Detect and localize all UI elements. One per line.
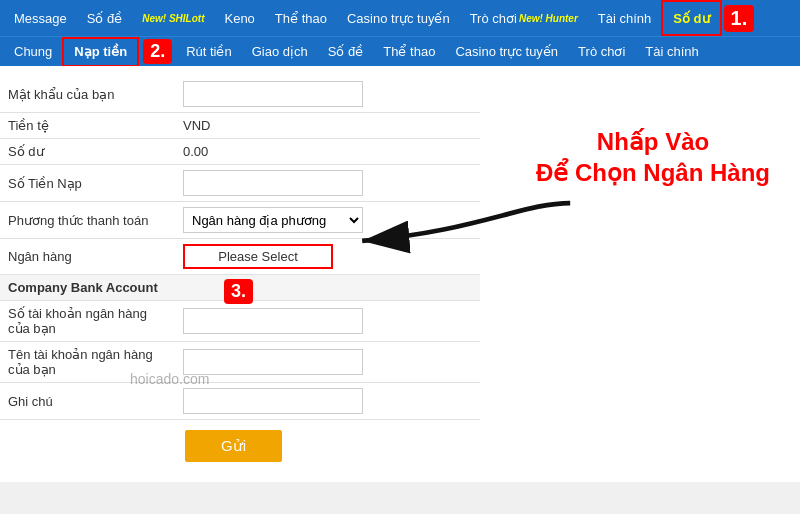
top-nav-keno[interactable]: Keno <box>214 0 264 36</box>
step3-badge: 3. <box>224 279 253 304</box>
table-row: Tên tài khoản ngân hàng của bạn <box>0 342 480 383</box>
table-row: Ngân hàng Please Select <box>0 239 480 275</box>
table-row: Mật khẩu của bạn <box>0 76 480 113</box>
sotk-input[interactable] <box>183 308 363 334</box>
field-label-nganhang: Ngân hàng <box>0 239 175 275</box>
sodu-value: 0.00 <box>183 144 208 159</box>
sub-nav-thethao[interactable]: Thể thao <box>373 37 445 67</box>
field-label-sodu: Số dư <box>0 139 175 165</box>
sub-nav-sode[interactable]: Số đề <box>318 37 374 67</box>
deposit-form: Mật khẩu của bạn Tiền tệ VND Số dư 0.00 … <box>0 76 480 420</box>
field-label-sotk: Số tài khoản ngân hàng của bạn <box>0 301 175 342</box>
matkhau-input[interactable] <box>183 81 363 107</box>
sub-nav: Chung Nạp tiền 2. Rút tiền Giao dịch Số … <box>0 36 800 66</box>
field-label-phuongthuc: Phương thức thanh toán <box>0 202 175 239</box>
step3-badge-container: 3. <box>220 279 253 304</box>
top-nav-message[interactable]: Message <box>4 0 77 36</box>
submit-button[interactable]: Gửi <box>185 430 282 462</box>
top-nav-trochoi[interactable]: Trò chơiNew! Hunter <box>460 0 588 36</box>
sub-nav-taichinh[interactable]: Tài chính <box>635 37 708 67</box>
top-nav-thethao[interactable]: Thể thao <box>265 0 337 36</box>
sub-nav-chung[interactable]: Chung <box>4 37 62 67</box>
step2-badge: 2. <box>143 39 172 64</box>
field-label-tiente: Tiền tệ <box>0 113 175 139</box>
step1-badge: 1. <box>724 5 755 32</box>
top-nav-sode[interactable]: Số đề <box>77 0 133 36</box>
top-nav-taichinh[interactable]: Tài chính <box>588 0 661 36</box>
tiente-value: VND <box>183 118 210 133</box>
field-label-tentk: Tên tài khoản ngân hàng của bạn <box>0 342 175 383</box>
field-label-matkhau: Mật khẩu của bạn <box>0 76 175 113</box>
table-row: Ghi chú <box>0 383 480 420</box>
ghichu-input[interactable] <box>183 388 363 414</box>
please-select-button[interactable]: Please Select <box>183 244 333 269</box>
annotation-text: Nhấp Vào Để Chọn Ngân Hàng <box>536 126 770 188</box>
top-nav-shilott[interactable]: New! SHILott <box>132 0 214 36</box>
sub-nav-ruttien[interactable]: Rút tiền <box>176 37 242 67</box>
top-nav-casino[interactable]: Casino trực tuyến <box>337 0 460 36</box>
sub-nav-naptien[interactable]: Nạp tiền <box>62 37 139 67</box>
main-content: Mật khẩu của bạn Tiền tệ VND Số dư 0.00 … <box>0 66 800 482</box>
phuongthuc-select[interactable]: Ngân hàng địa phương <box>183 207 363 233</box>
field-label-ghichu: Ghi chú <box>0 383 175 420</box>
top-nav: Message Số đề New! SHILott Keno Thể thao… <box>0 0 800 36</box>
sotiennap-input[interactable] <box>183 170 363 196</box>
table-row: Phương thức thanh toán Ngân hàng địa phư… <box>0 202 480 239</box>
sub-nav-giaodich[interactable]: Giao dịch <box>242 37 318 67</box>
sub-nav-casino[interactable]: Casino trực tuyến <box>445 37 568 67</box>
table-row: Số dư 0.00 <box>0 139 480 165</box>
sub-nav-trochoi[interactable]: Trò chơi <box>568 37 635 67</box>
table-row: Số tài khoản ngân hàng của bạn <box>0 301 480 342</box>
top-nav-sodu[interactable]: Số dư <box>661 0 721 36</box>
field-label-sotiennap: Số Tiền Nạp <box>0 165 175 202</box>
tentk-input[interactable] <box>183 349 363 375</box>
table-row: Số Tiền Nạp <box>0 165 480 202</box>
table-row: Tiền tệ VND <box>0 113 480 139</box>
